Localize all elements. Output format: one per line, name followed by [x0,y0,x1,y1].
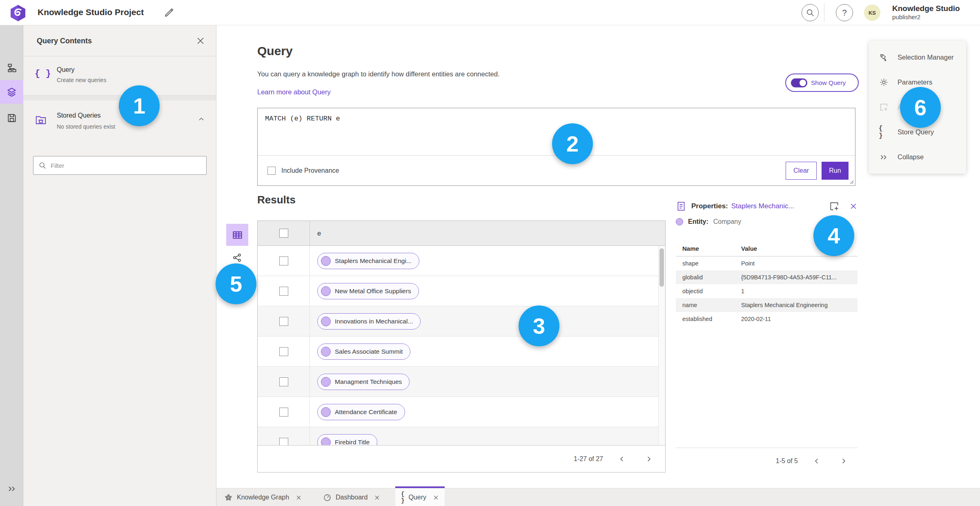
row-checkbox[interactable] [279,438,288,446]
entity-pill[interactable]: Sales Associate Summit [317,343,410,360]
help-button[interactable]: ? [836,4,853,21]
callout-6: 6 [900,87,941,128]
tab-label: Query [408,494,426,501]
results-next-page-button[interactable] [641,451,657,467]
entity-pill-label: Managment Techniques [335,378,402,386]
close-tab-icon[interactable] [296,495,302,501]
clear-button[interactable]: Clear [786,162,817,180]
close-tab-icon[interactable] [433,495,439,501]
entity-pill-label: Attendance Certificate [335,408,397,416]
question-icon: ? [842,8,846,18]
tab-dashboard[interactable]: Dashboard [317,488,385,506]
close-tab-icon[interactable] [374,495,380,501]
contents-item-query[interactable]: { } Query Create new queries [23,56,216,96]
column-header-e: e [310,230,665,237]
entity-pill[interactable]: Innovations in Mechanical... [317,313,421,330]
properties-label: Properties: [691,202,728,210]
entity-pill[interactable]: Staplers Mechanical Engi... [317,253,419,269]
row-checkbox[interactable] [279,347,288,356]
chevron-left-icon [813,457,820,465]
properties-prev-page-button[interactable] [808,453,825,469]
select-all-checkbox[interactable] [279,229,288,238]
close-panel-icon[interactable] [196,36,205,46]
table-row[interactable]: Managment Techniques [258,367,665,397]
double-chevron-right-icon [879,153,889,162]
table-row[interactable]: New Metal Office Suppliers [258,276,665,306]
property-name: globalid [676,274,741,281]
store-query-label: Store Query [898,128,934,136]
scrollbar-thumb[interactable] [659,248,664,287]
table-view-button[interactable] [226,224,248,246]
query-section-title: Query [257,44,293,58]
table-row[interactable]: Firebird Title [258,427,665,445]
entity-pill-label: Firebird Title [335,439,370,446]
property-name: name [676,302,741,308]
table-row[interactable]: Staplers Mechanical Engi... [258,246,665,276]
chevron-left-icon [618,455,626,463]
selection-manager-label: Selection Manager [898,53,954,61]
add-to-selection-icon[interactable] [829,201,840,212]
tab-query[interactable]: { } Query [395,488,445,506]
chevron-right-icon [645,455,653,463]
user-info: Knowledge Studio publisher2 [892,4,960,21]
resize-handle-icon[interactable] [849,179,854,184]
table-row[interactable]: Attendance Certificate [258,397,665,427]
entity-type-value: Company [713,218,741,225]
property-name: shape [676,260,741,267]
edit-title-icon[interactable] [163,7,175,18]
properties-next-page-button[interactable] [835,453,852,469]
entity-label: Entity: [688,218,708,225]
filter-field[interactable] [33,156,207,175]
search-button[interactable] [802,4,819,21]
entity-pill[interactable]: New Metal Office Suppliers [317,283,419,299]
row-checkbox[interactable] [279,408,288,417]
entity-pill-label: New Metal Office Suppliers [335,288,411,295]
save-button[interactable] [0,106,23,130]
show-query-toggle[interactable]: Show Query [785,74,859,92]
query-editor-footer: Include Provenance Clear Run [258,156,855,185]
run-button[interactable]: Run [822,162,849,180]
include-provenance-checkbox[interactable] [267,167,276,175]
entity-dot-icon [321,256,331,266]
tab-label: Knowledge Graph [237,494,289,501]
entity-pill[interactable]: Firebird Title [317,434,377,446]
properties-pagination: 1-5 of 5 [676,450,858,472]
entity-pill-label: Staplers Mechanical Engi... [335,257,412,265]
property-value: Point [741,260,858,267]
row-checkbox[interactable] [279,287,288,296]
properties-entity-link[interactable]: Staplers Mechanic... [731,202,794,210]
gear-icon [879,78,889,87]
row-checkbox[interactable] [279,377,288,386]
table-row[interactable]: Sales Associate Summit [258,337,665,367]
row-checkbox[interactable] [279,256,288,265]
row-checkbox[interactable] [279,317,288,326]
layers-view-button[interactable] [0,80,23,104]
table-scrollbar[interactable] [658,246,665,445]
braces-icon: { } [401,491,404,504]
query-item-label: Query [57,66,75,74]
results-prev-page-button[interactable] [614,451,630,467]
property-row: shape Point [676,256,858,270]
tab-knowledge-graph[interactable]: Knowledge Graph [218,488,310,506]
table-row[interactable]: Innovations in Mechanical... [258,306,665,337]
topbar-divider [824,3,824,22]
entity-dot-icon [321,286,331,296]
collapse-label: Collapse [898,153,924,161]
property-name: objectid [676,288,741,294]
selection-manager-item[interactable]: Selection Manager [869,45,966,70]
entity-pill[interactable]: Managment Techniques [317,374,410,390]
filter-input[interactable] [51,162,201,169]
hierarchy-view-button[interactable] [0,56,23,80]
expand-rail-button[interactable] [0,481,23,497]
entity-dot-icon [321,347,331,357]
magnifier-icon [38,161,47,169]
collapse-section-chevron-icon[interactable] [197,115,205,123]
user-avatar[interactable]: KS [864,4,880,21]
property-name: established [676,316,741,322]
collapse-item[interactable]: Collapse [869,145,966,169]
close-properties-icon[interactable] [849,202,858,210]
learn-more-link[interactable]: Learn more about Query [257,88,331,96]
user-name: Knowledge Studio [892,4,960,13]
property-row: name Staplers Mechanical Engineering [676,298,858,312]
entity-pill[interactable]: Attendance Certificate [317,404,405,420]
